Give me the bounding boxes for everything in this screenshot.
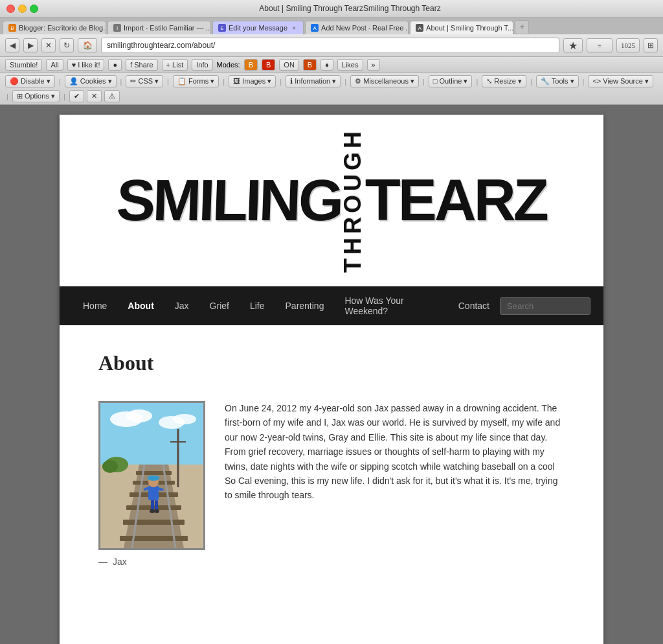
back-button[interactable]: ◀ (5, 38, 19, 52)
svg-rect-11 (123, 520, 185, 525)
home-button[interactable]: 🏠 (78, 38, 97, 52)
caption-dash: — (98, 557, 107, 567)
mode-b2[interactable]: B (262, 59, 275, 71)
stop-button[interactable]: ✕ (41, 38, 56, 52)
nav-item-about[interactable]: About (117, 292, 164, 320)
nav-item-jax[interactable]: Jax (164, 292, 199, 320)
forward-button[interactable]: ▶ (23, 38, 38, 52)
warning-btn[interactable]: ⚠ (104, 90, 120, 102)
nav-item-parenting[interactable]: Parenting (275, 292, 335, 320)
tab-3-close[interactable]: × (290, 24, 298, 32)
dot-btn[interactable]: ● (108, 59, 122, 71)
tools-btn[interactable]: 🔧 Tools ▾ (536, 75, 579, 87)
caption-wrap: — Jax (98, 557, 205, 567)
nav-link-home[interactable]: Home (73, 292, 117, 320)
tab-5-favicon: A (416, 24, 423, 32)
nav-item-life[interactable]: Life (240, 292, 275, 320)
nav-link-life[interactable]: Life (240, 292, 275, 320)
info-button[interactable]: Info (192, 59, 212, 71)
stumbleupon-toolbar: Stumble! All ♥ I like it! ● f Share + Li… (0, 57, 663, 73)
like-button[interactable]: ♥ I like it! (67, 59, 105, 71)
list-button[interactable]: + List (162, 59, 188, 71)
svg-rect-12 (120, 536, 188, 541)
close-button[interactable] (6, 5, 15, 13)
nav-menu: Home About Jax Grief Life Pare (60, 286, 603, 325)
forms-btn[interactable]: 📋 Forms ▾ (173, 75, 219, 87)
tab-2-label: Import · Estilo Familiar — ... (124, 24, 211, 32)
tab-4-favicon: A (311, 24, 319, 32)
svg-rect-24 (148, 476, 159, 479)
view-source-btn[interactable]: <> View Source ▾ (588, 75, 653, 87)
nav-link-weekend[interactable]: How Was Your Weekend? (334, 286, 447, 325)
dev-toolbar: 🔴 Disable ▾ | 👤 Cookies ▾ | ✏ CSS ▾ | 📋 … (0, 73, 663, 105)
site-logo[interactable]: SMILING THROUGH TEARZ (117, 128, 546, 273)
images-btn[interactable]: 🖼 Images ▾ (229, 75, 276, 87)
tabs-bar: B Blogger: Escritorio de Blog... × I Imp… (0, 17, 663, 34)
cookies-btn[interactable]: 👤 Cookies ▾ (65, 75, 117, 87)
nav-link-about[interactable]: About (117, 292, 164, 320)
dev-close-btn[interactable]: ✕ (87, 90, 102, 102)
nav-link-parenting[interactable]: Parenting (275, 292, 335, 320)
address-text: smilingthroughtearz.com/about/ (107, 41, 215, 50)
page-title: About (98, 351, 565, 375)
address-bar[interactable]: smilingthroughtearz.com/about/ (101, 38, 559, 53)
website-container: SMILING THROUGH TEARZ Home About J (60, 115, 603, 644)
share-button[interactable]: f Share (126, 59, 157, 71)
new-tab-button[interactable]: + (515, 20, 529, 34)
minimize-button[interactable] (18, 5, 27, 13)
information-btn[interactable]: ℹ Information ▾ (286, 75, 341, 87)
nav-search[interactable] (500, 297, 590, 315)
tab-1-label: Blogger: Escritorio de Blog... (19, 24, 106, 32)
dot2-btn[interactable]: ♦ (320, 59, 333, 71)
mode-b3[interactable]: B (303, 59, 317, 71)
css-btn[interactable]: ✏ CSS ▾ (126, 75, 163, 87)
nav-link-jax[interactable]: Jax (164, 292, 199, 320)
reload-button[interactable]: ↻ (60, 38, 74, 52)
tab-3[interactable]: E Edit your Message × (212, 21, 304, 34)
nav-link-contact[interactable]: Contact (448, 292, 500, 320)
tab-1[interactable]: B Blogger: Escritorio de Blog... × (3, 21, 106, 34)
search-input[interactable] (500, 297, 590, 315)
mode-on[interactable]: ON (279, 59, 299, 71)
tab-2-favicon: I (113, 24, 121, 32)
title-tearz: TEARZ (365, 174, 546, 227)
nav-link-grief[interactable]: Grief (199, 292, 240, 320)
svg-rect-21 (148, 486, 159, 500)
tab-3-favicon: E (218, 24, 226, 32)
nav-item-weekend[interactable]: How Was Your Weekend? (334, 286, 447, 325)
tab-3-label: Edit your Message (229, 24, 287, 32)
misc-btn[interactable]: ⚙ Miscellaneous ▾ (350, 75, 419, 87)
extensions-button[interactable]: ⊞ (644, 38, 658, 52)
outline-btn[interactable]: □ Outline ▾ (429, 75, 473, 87)
resize-btn[interactable]: ⤡ Resize ▾ (482, 75, 526, 87)
page-wrapper: SMILING THROUGH TEARZ Home About J (0, 105, 663, 644)
maximize-button[interactable] (30, 5, 38, 13)
disable-btn[interactable]: 🔴 Disable ▾ (5, 75, 55, 87)
nav-item-contact[interactable]: Contact (448, 292, 500, 320)
svg-rect-7 (136, 471, 172, 475)
likes-btn[interactable]: Likes (337, 59, 363, 71)
nav-item-home[interactable]: Home (73, 292, 117, 320)
menu-button[interactable]: ≡ (587, 38, 612, 52)
bookmarks-button[interactable]: ★ (563, 38, 583, 52)
navigation-bar: ◀ ▶ ✕ ↻ 🏠 smilingthroughtearz.com/about/… (0, 34, 663, 57)
window-title: About | Smiling Through TearzSmiling Thr… (43, 4, 657, 13)
tab-5[interactable]: A About | Smiling Through T... × (410, 21, 513, 34)
svg-rect-19 (151, 499, 154, 511)
stumble-button[interactable]: Stumble! (5, 59, 42, 71)
check-btn[interactable]: ✔ (69, 90, 84, 102)
tab-2[interactable]: I Import · Estilo Familiar — ... × (107, 21, 211, 34)
mode-b1[interactable]: B (244, 59, 258, 71)
more-btn[interactable]: » (367, 59, 380, 71)
options-btn[interactable]: ⊞ Options ▾ (12, 90, 60, 102)
about-image-wrap: — Jax (98, 401, 205, 567)
title-bar: About | Smiling Through TearzSmiling Thr… (0, 0, 663, 17)
all-button[interactable]: All (46, 59, 63, 71)
tab-4[interactable]: A Add New Post · Real Free ... × (305, 21, 409, 34)
tab-5-label: About | Smiling Through T... (426, 24, 513, 32)
about-image (98, 401, 205, 550)
site-content: About (60, 325, 603, 644)
site-navigation: Home About Jax Grief Life Pare (60, 286, 603, 325)
title-through: THROUGH (343, 128, 363, 273)
nav-item-grief[interactable]: Grief (199, 292, 240, 320)
